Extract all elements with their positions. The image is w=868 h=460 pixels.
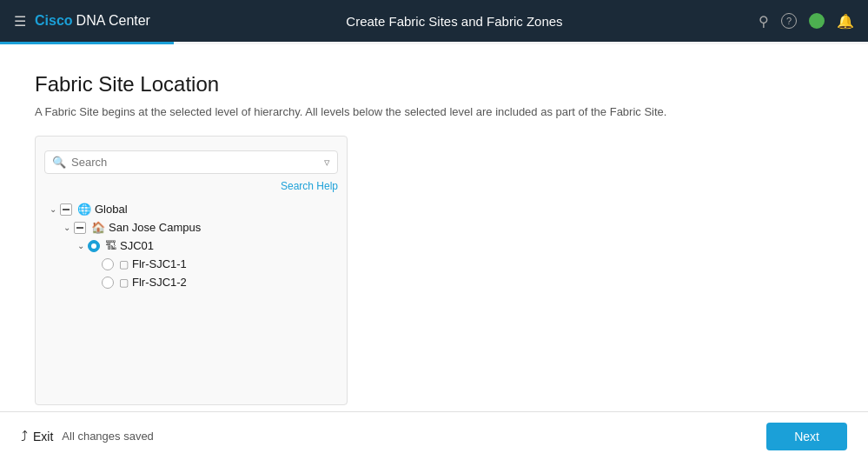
brand-logo: Cisco DNA Center — [35, 13, 150, 29]
filter-icon[interactable]: ▿ — [324, 156, 330, 169]
floor-icon-2: ▢ — [119, 277, 129, 289]
tree-node-global[interactable]: ⌄ 🌐 Global — [36, 200, 347, 218]
toggle-global[interactable]: ⌄ — [46, 204, 60, 214]
radio-flr-sjc1-1[interactable] — [102, 258, 114, 270]
search-help-link[interactable]: Search Help — [281, 180, 338, 192]
floor-icon-1: ▢ — [119, 258, 129, 270]
global-icon: 🌐 — [77, 203, 91, 216]
campus-icon: 🏠 — [91, 221, 105, 234]
brand-name-text: DNA Center — [76, 13, 150, 29]
search-bar: 🔍 ▿ — [44, 150, 338, 174]
page-title: Fabric Site Location — [35, 72, 833, 97]
location-tree-container: 🔍 ▿ Search Help ⌄ 🌐 Global ⌄ 🏠 San Jose … — [35, 136, 348, 405]
status-indicator — [809, 13, 825, 29]
toggle-sjc01[interactable]: ⌄ — [74, 241, 88, 250]
exit-button[interactable]: ⤴ Exit — [21, 429, 53, 444]
label-flr-sjc1-2: Flr-SJC1-2 — [132, 276, 187, 289]
exit-icon: ⤴ — [21, 429, 28, 444]
checkbox-global[interactable] — [60, 203, 72, 216]
tree-node-flr-sjc1-1[interactable]: ⌄ ▢ Flr-SJC1-1 — [36, 255, 347, 273]
hamburger-menu-icon[interactable]: ☰ — [14, 13, 26, 30]
label-sjc01: SJC01 — [120, 239, 154, 252]
footer: ⤴ Exit All changes saved Next — [0, 411, 868, 460]
tree-node-san-jose-campus[interactable]: ⌄ 🏠 San Jose Campus — [36, 218, 347, 237]
footer-left: ⤴ Exit All changes saved — [21, 429, 154, 444]
label-global: Global — [95, 203, 128, 216]
help-nav-icon[interactable]: ? — [781, 13, 797, 29]
search-help-row: Search Help — [36, 177, 338, 193]
page-description: A Fabric Site begins at the selected lev… — [35, 105, 833, 118]
notification-icon[interactable]: 🔔 — [837, 13, 854, 30]
toggle-san-jose[interactable]: ⌄ — [60, 223, 74, 232]
tree-node-flr-sjc1-2[interactable]: ⌄ ▢ Flr-SJC1-2 — [36, 273, 347, 291]
radio-dot-sjc01 — [91, 243, 96, 249]
label-flr-sjc1-1: Flr-SJC1-1 — [132, 257, 187, 270]
search-icon: 🔍 — [52, 156, 66, 169]
radio-flr-sjc1-2[interactable] — [102, 277, 114, 289]
search-nav-icon[interactable]: ⚲ — [759, 13, 769, 30]
checkbox-san-jose[interactable] — [74, 222, 86, 234]
search-input[interactable] — [71, 156, 324, 169]
brand-cisco-text: Cisco — [35, 13, 73, 29]
radio-sjc01[interactable] — [88, 240, 100, 252]
page-header-title: Create Fabric Sites and Fabric Zones — [346, 14, 562, 29]
top-navigation: ☰ Cisco DNA Center Create Fabric Sites a… — [0, 0, 868, 42]
exit-label: Exit — [33, 430, 53, 443]
main-content: Fabric Site Location A Fabric Site begin… — [0, 44, 868, 411]
saved-status-text: All changes saved — [62, 430, 154, 443]
label-san-jose-campus: San Jose Campus — [109, 221, 201, 234]
building-icon: 🏗 — [105, 239, 116, 252]
next-button[interactable]: Next — [766, 423, 847, 450]
tree-node-sjc01[interactable]: ⌄ 🏗 SJC01 — [36, 237, 347, 255]
